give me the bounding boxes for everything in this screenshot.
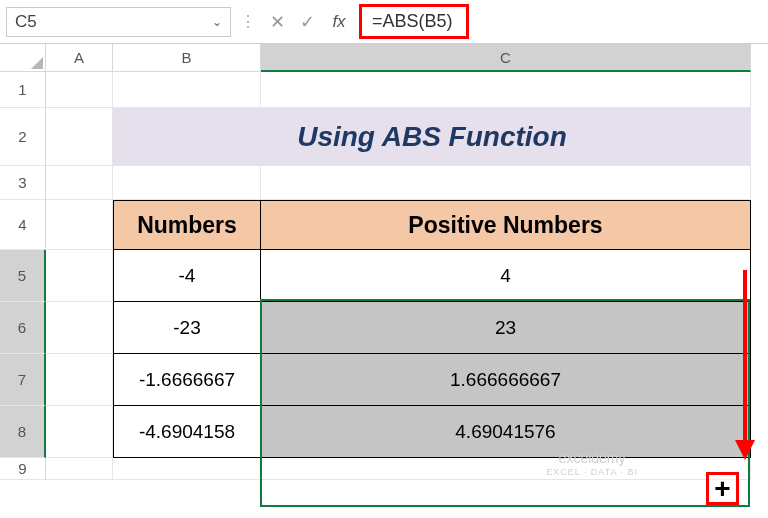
spreadsheet-grid: A B C 1 2 Using ABS Function 3 4 Numbers… (0, 44, 768, 480)
dropdown-icon[interactable]: ⌄ (212, 15, 222, 29)
cell-a6[interactable] (46, 302, 113, 354)
name-box-value: C5 (15, 12, 37, 32)
cell-a1[interactable] (46, 72, 113, 108)
cell-c6[interactable]: 23 (261, 302, 751, 354)
cell-a9[interactable] (46, 458, 113, 480)
enter-icon[interactable]: ✓ (295, 11, 319, 33)
cell-c3[interactable] (261, 166, 751, 200)
cell-a3[interactable] (46, 166, 113, 200)
formula-bar: C5 ⌄ ⋮ ✕ ✓ fx =ABS(B5) (0, 0, 768, 44)
row-header-6[interactable]: 6 (0, 302, 46, 354)
cancel-icon[interactable]: ✕ (265, 11, 289, 33)
row-header-4[interactable]: 4 (0, 200, 46, 250)
cell-a7[interactable] (46, 354, 113, 406)
cell-c7[interactable]: 1.666666667 (261, 354, 751, 406)
cell-a5[interactable] (46, 250, 113, 302)
row-header-5[interactable]: 5 (0, 250, 46, 302)
cell-b7[interactable]: -1.6666667 (113, 354, 261, 406)
fx-icon[interactable]: fx (325, 12, 353, 32)
select-all-corner[interactable] (0, 44, 46, 72)
cell-b6[interactable]: -23 (113, 302, 261, 354)
row-header-3[interactable]: 3 (0, 166, 46, 200)
name-box[interactable]: C5 ⌄ (6, 7, 231, 37)
cell-b8[interactable]: -4.6904158 (113, 406, 261, 458)
row-header-1[interactable]: 1 (0, 72, 46, 108)
cell-a8[interactable] (46, 406, 113, 458)
cell-b5[interactable]: -4 (113, 250, 261, 302)
separator: ⋮ (237, 12, 259, 31)
fill-handle-cursor[interactable]: + (706, 472, 739, 505)
cell-a4[interactable] (46, 200, 113, 250)
col-header-b[interactable]: B (113, 44, 261, 72)
cell-b1[interactable] (113, 72, 261, 108)
cell-b3[interactable] (113, 166, 261, 200)
row-header-8[interactable]: 8 (0, 406, 46, 458)
cell-c5[interactable]: 4 (261, 250, 751, 302)
plus-icon: + (714, 473, 730, 505)
row-header-7[interactable]: 7 (0, 354, 46, 406)
col-header-a[interactable]: A (46, 44, 113, 72)
cell-c9[interactable] (261, 458, 751, 480)
cell-b9[interactable] (113, 458, 261, 480)
formula-input[interactable]: =ABS(B5) (359, 4, 469, 39)
header-positive-numbers[interactable]: Positive Numbers (261, 200, 751, 250)
cell-a2[interactable] (46, 108, 113, 166)
title-cell[interactable]: Using ABS Function (113, 108, 751, 166)
cell-c1[interactable] (261, 72, 751, 108)
col-header-c[interactable]: C (261, 44, 751, 72)
header-numbers[interactable]: Numbers (113, 200, 261, 250)
row-header-2[interactable]: 2 (0, 108, 46, 166)
cell-c8[interactable]: 4.69041576 (261, 406, 751, 458)
row-header-9[interactable]: 9 (0, 458, 46, 480)
